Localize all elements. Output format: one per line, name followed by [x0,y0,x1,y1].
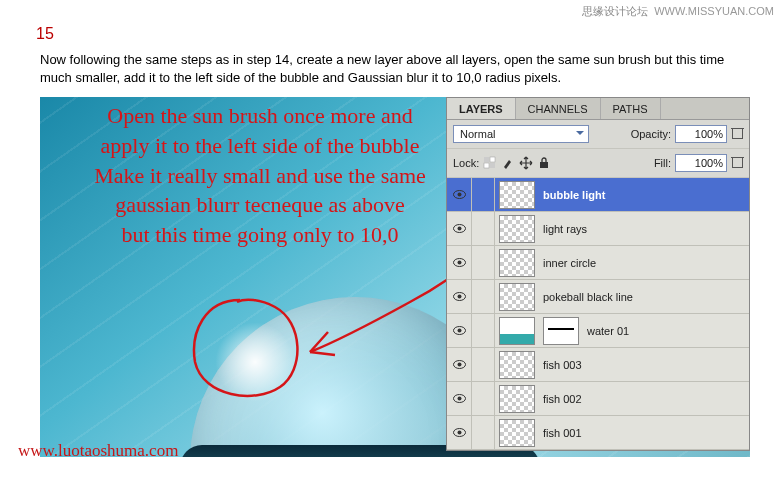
layer-name: bubble light [539,189,749,201]
svg-point-8 [457,227,461,231]
svg-point-18 [457,397,461,401]
red-annotation: Open the sun brush once more and apply i… [70,101,450,249]
layer-name: water 01 [583,325,749,337]
layer-name: light rays [539,223,749,235]
link-cell[interactable] [472,280,495,313]
layer-row[interactable]: light rays [447,212,749,246]
link-cell[interactable] [472,348,495,381]
layer-row[interactable]: inner circle [447,246,749,280]
layer-row[interactable]: fish 001 [447,416,749,450]
lock-all-icon[interactable] [537,156,551,170]
visibility-toggle[interactable] [447,280,472,313]
layer-thumbnail [499,215,535,243]
visibility-toggle[interactable] [447,348,472,381]
link-cell[interactable] [472,382,495,415]
svg-point-10 [457,261,461,265]
svg-point-12 [457,295,461,299]
link-cell[interactable] [472,212,495,245]
opacity-slider[interactable] [732,129,743,139]
panel-tabs: LAYERS CHANNELS PATHS [447,98,749,120]
tab-layers[interactable]: LAYERS [447,98,516,119]
layer-list: bubble light light rays inner circle pok… [447,178,749,450]
layers-panel: LAYERS CHANNELS PATHS Normal Opacity: 10… [446,97,750,451]
blend-mode-select[interactable]: Normal [453,125,589,143]
svg-point-16 [457,363,461,367]
step-number: 15 [36,25,750,43]
svg-rect-0 [484,157,489,162]
svg-point-6 [457,193,461,197]
opacity-label: Opacity: [631,128,671,140]
link-cell[interactable] [472,314,495,347]
svg-rect-1 [490,163,495,168]
layer-row[interactable]: bubble light [447,178,749,212]
watermark-top: 思缘设计论坛WWW.MISSYUAN.COM [582,4,774,19]
link-cell[interactable] [472,178,495,211]
layer-thumbnail [499,351,535,379]
layer-thumbnail [499,419,535,447]
lock-move-icon[interactable] [519,156,533,170]
fill-slider[interactable] [732,158,743,168]
lock-label: Lock: [453,157,479,169]
layer-name: fish 002 [539,393,749,405]
layer-row[interactable]: fish 002 [447,382,749,416]
fill-label: Fill: [654,157,671,169]
opacity-input[interactable]: 100% [675,125,727,143]
watermark-bottom: www.luotaoshuma.com [18,441,178,461]
svg-rect-3 [484,163,489,168]
layer-name: pokeball black line [539,291,749,303]
layer-thumbnail [499,249,535,277]
layer-row[interactable]: water 01 [447,314,749,348]
screenshot-canvas: Open the sun brush once more and apply i… [40,97,750,457]
layer-mask-thumbnail [543,317,579,345]
visibility-toggle[interactable] [447,314,472,347]
lock-brush-icon[interactable] [501,156,515,170]
tab-paths[interactable]: PATHS [601,98,661,119]
svg-rect-4 [540,162,548,168]
layer-name: fish 003 [539,359,749,371]
layer-thumbnail [499,181,535,209]
svg-point-14 [457,329,461,333]
layer-thumbnail [499,283,535,311]
lock-transparency-icon[interactable] [483,156,497,170]
svg-rect-2 [490,157,495,162]
link-cell[interactable] [472,246,495,279]
layer-thumbnail [499,317,535,345]
svg-point-20 [457,431,461,435]
layer-row[interactable]: fish 003 [447,348,749,382]
layer-name: inner circle [539,257,749,269]
layer-name: fish 001 [539,427,749,439]
layer-row[interactable]: pokeball black line [447,280,749,314]
step-instruction: Now following the same steps as in step … [40,51,750,87]
hand-drawn-circle [185,292,305,407]
tab-channels[interactable]: CHANNELS [516,98,601,119]
visibility-toggle[interactable] [447,212,472,245]
visibility-toggle[interactable] [447,382,472,415]
link-cell[interactable] [472,416,495,449]
visibility-toggle[interactable] [447,416,472,449]
visibility-toggle[interactable] [447,246,472,279]
visibility-toggle[interactable] [447,178,472,211]
fill-input[interactable]: 100% [675,154,727,172]
layer-thumbnail [499,385,535,413]
